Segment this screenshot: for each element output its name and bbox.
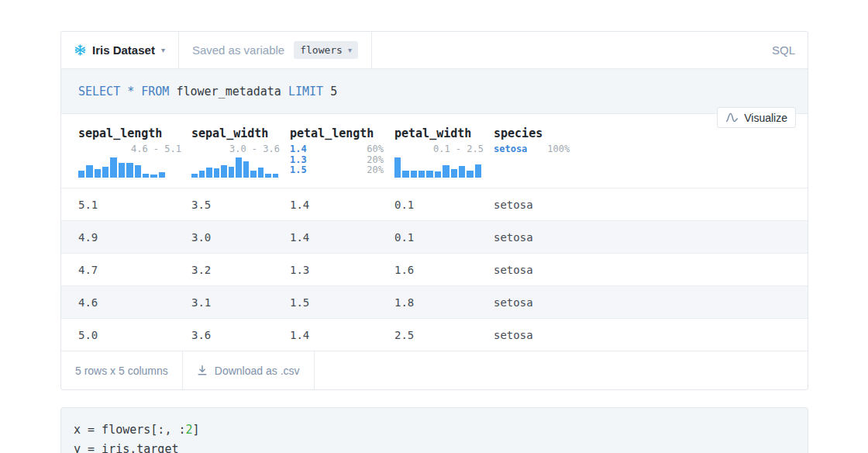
- column-range: 0.1 - 2.5: [394, 144, 494, 154]
- top-value-row: 1.5 20%: [290, 165, 384, 176]
- visualize-button[interactable]: Visualize: [717, 107, 796, 128]
- sql-keyword: SELECT: [78, 85, 120, 99]
- column-histogram: [78, 157, 165, 178]
- sql-table-name: flower_metadata: [176, 85, 281, 99]
- column-header-petal-length[interactable]: petal_length 1.4 60% 1.3 20% 1.5 20%: [290, 126, 394, 178]
- cell: 5.1: [78, 199, 191, 211]
- download-icon: [197, 365, 208, 376]
- column-header-sepal-width[interactable]: sepal_width 3.0 - 3.6: [191, 126, 290, 178]
- cell: setosa: [494, 329, 808, 341]
- cell: 3.2: [191, 264, 290, 276]
- download-csv-label: Download as .csv: [215, 365, 300, 377]
- table-row: 5.0 3.6 1.4 2.5 setosa: [61, 318, 808, 351]
- cell: 3.5: [191, 199, 290, 211]
- cell: 1.6: [394, 264, 494, 276]
- code-line-2: y = iris.target: [74, 440, 808, 453]
- cell: 0.1: [394, 231, 494, 244]
- variable-name-dropdown[interactable]: flowers ▾: [294, 41, 358, 59]
- cell: 1.4: [290, 329, 394, 341]
- cell: 0.1: [394, 199, 494, 211]
- number-literal: 2: [186, 423, 193, 437]
- code-line-1: x = flowers[:, :2]: [74, 420, 808, 440]
- table-row: 5.1 3.5 1.4 0.1 setosa: [61, 188, 808, 220]
- table-row: 4.6 3.1 1.5 1.8 setosa: [61, 285, 808, 318]
- table-header: Visualize sepal_length 4.6 - 5.1 sepal_w…: [61, 114, 808, 188]
- sql-query: SELECT * FROM flower_metadata LIMIT 5: [78, 85, 337, 99]
- cell-type-badge: SQL: [772, 32, 808, 68]
- cell: setosa: [494, 264, 808, 276]
- dataset-dropdown[interactable]: Iris Dataset ▾: [61, 32, 179, 68]
- sql-keyword: FROM: [141, 85, 169, 99]
- table-row: 4.7 3.2 1.3 1.6 setosa: [61, 253, 808, 285]
- cell: 4.9: [78, 231, 191, 244]
- toolbar-spacer: [372, 32, 772, 68]
- cell: 3.0: [191, 231, 290, 244]
- column-header-species[interactable]: species setosa 100%: [494, 126, 808, 178]
- python-code-cell[interactable]: x = flowers[:, :2] y = iris.target: [60, 407, 808, 453]
- column-header-sepal-length[interactable]: sepal_length 4.6 - 5.1: [78, 126, 191, 178]
- column-histogram: [191, 157, 278, 178]
- chevron-down-icon: ▾: [348, 47, 352, 54]
- page: { "toolbar": { "dataset": { "label": "Ir…: [0, 0, 868, 453]
- table-row: 4.9 3.0 1.4 0.1 setosa: [61, 220, 808, 253]
- column-top-values: 1.4 60% 1.3 20% 1.5 20%: [290, 144, 384, 176]
- cell: 2.5: [394, 329, 494, 341]
- cell: 1.3: [290, 264, 394, 276]
- sql-star: *: [127, 85, 134, 99]
- cell: 1.4: [290, 231, 394, 244]
- column-range: 4.6 - 5.1: [78, 144, 191, 154]
- cell: 4.7: [78, 264, 191, 276]
- cell: setosa: [494, 296, 808, 309]
- cell: 3.1: [191, 296, 290, 309]
- cell-toolbar: Iris Dataset ▾ Saved as variable flowers…: [61, 32, 808, 69]
- distribution-curve-icon: [725, 112, 739, 123]
- visualize-label: Visualize: [744, 112, 787, 124]
- sql-cell-panel: Iris Dataset ▾ Saved as variable flowers…: [60, 31, 808, 390]
- sql-keyword: LIMIT: [288, 85, 323, 99]
- cell: 1.8: [394, 296, 494, 309]
- snowflake-icon: [74, 44, 86, 56]
- saved-variable-section: Saved as variable flowers ▾: [179, 32, 372, 68]
- chevron-down-icon: ▾: [161, 47, 165, 54]
- variable-name: flowers: [300, 44, 343, 56]
- row-column-count: 5 rows x 5 columns: [61, 351, 183, 389]
- cell: setosa: [494, 199, 808, 211]
- column-header-petal-width[interactable]: petal_width 0.1 - 2.5: [394, 126, 494, 178]
- cell: 3.6: [191, 329, 290, 341]
- top-value-row: 1.3 20%: [290, 155, 384, 166]
- table-footer: 5 rows x 5 columns Download as .csv: [61, 351, 808, 389]
- download-csv-button[interactable]: Download as .csv: [183, 351, 315, 389]
- sql-editor[interactable]: SELECT * FROM flower_metadata LIMIT 5: [61, 69, 808, 114]
- cell: 4.6: [78, 296, 191, 309]
- cell: 1.5: [290, 296, 394, 309]
- dataset-name: Iris Dataset: [92, 43, 155, 57]
- cell: 1.4: [290, 199, 394, 211]
- column-histogram: [394, 157, 481, 178]
- cell: 5.0: [78, 329, 191, 341]
- cell: setosa: [494, 231, 808, 244]
- top-value-row: setosa 100%: [494, 144, 808, 155]
- saved-as-variable-label: Saved as variable: [192, 43, 284, 57]
- top-value-row: 1.4 60%: [290, 144, 384, 155]
- column-range: 3.0 - 3.6: [191, 144, 290, 154]
- sql-limit-value: 5: [330, 85, 337, 99]
